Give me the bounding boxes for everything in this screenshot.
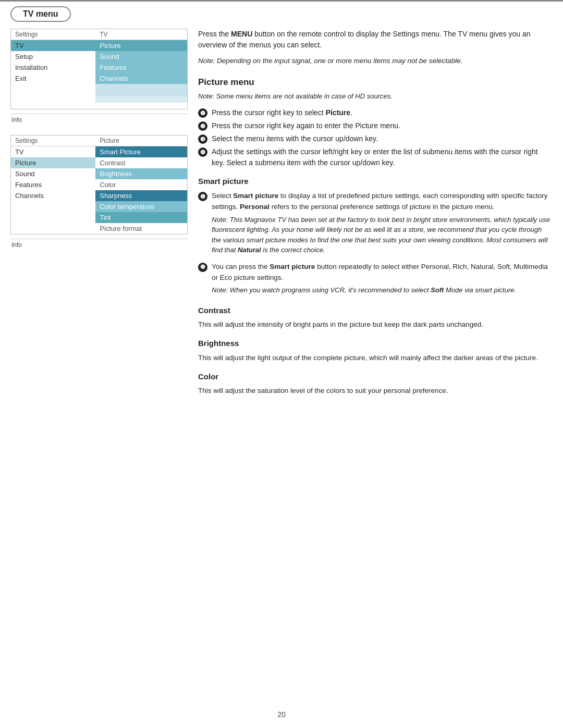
step-4-text: Adjust the settings with the cursor left… [212,146,553,168]
right-column: Press the MENU button on the remote cont… [198,29,553,399]
list-item: ❸ Select the menu items with the cursor … [198,133,553,144]
page-number: 20 [277,710,286,719]
table-row: Features Color [11,179,188,190]
bottom-menu-col1-header: Settings [11,135,96,146]
table-row: Setup Sound [11,51,188,62]
intro-note: Note: Depending on the input signal, one… [198,56,553,66]
smart-step-1-content: Select Smart picture to display a list o… [212,191,553,257]
table-row: Sound Brightness [11,168,188,179]
top-menu-row4-left: Exit [11,73,96,84]
left-column: Settings TV TV Picture Setup Sound Insta… [10,29,188,251]
table-row [11,84,188,90]
brightness-text: This will adjust the light output of the… [198,353,553,364]
table-row [11,103,188,109]
tv-menu-badge: TV menu [10,6,71,22]
top-menu-col2-header: TV [95,29,187,40]
table-row: Installation Features [11,62,188,73]
smart-step-2-content: You can press the Smart picture button r… [212,262,553,298]
badge-label: TV menu [23,9,58,18]
smart-picture-steps: ❶ Select Smart picture to display a list… [198,191,553,298]
step-number-2: ❷ [198,121,207,131]
top-menu-header: Settings TV [11,29,188,40]
color-text: This will adjust the saturation level of… [198,386,553,397]
picture-menu-steps: ❶ Press the cursor right key to select P… [198,107,553,168]
smart-step-num-1: ❶ [198,192,207,201]
step-number-3: ❸ [198,134,207,144]
table-row: Channels Sharpness [11,190,188,201]
table-row [11,96,188,103]
step-number-1: ❶ [198,108,207,118]
color-title: Color [198,371,553,383]
picture-menu-title: Picture menu [198,76,553,89]
step-2-text: Press the cursor right key again to ente… [212,120,400,131]
list-item: ❹ Adjust the settings with the cursor le… [198,146,553,168]
list-item: ❷ Press the cursor right key again to en… [198,120,553,131]
bottom-menu-col2-header: Picture [95,135,187,146]
contrast-title: Contrast [198,305,553,317]
table-row: Picture format [11,223,188,235]
bottom-menu-header: Settings Picture [11,135,188,146]
table-row: Color temperature [11,201,188,212]
table-row: Picture Contrast [11,157,188,168]
top-menu-row2-left: Setup [11,51,96,62]
table-row: TV Picture [11,40,188,52]
intro-paragraph: Press the MENU button on the remote cont… [198,29,553,51]
table-row: Tint [11,212,188,223]
brightness-title: Brightness [198,338,553,350]
step-number-4: ❹ [198,147,207,157]
list-item: ❷ You can press the Smart picture button… [198,262,553,298]
table-row: Exit Channels [11,73,188,84]
top-menu-col1-header: Settings [11,29,96,40]
smart-step-num-2: ❷ [198,263,207,272]
top-border [0,0,563,2]
list-item: ❶ Select Smart picture to display a list… [198,191,553,257]
step-3-text: Select the menu items with the cursor up… [212,133,378,144]
contrast-text: This will adjust the intensity of bright… [198,319,553,330]
top-menu-info: Info [10,114,188,126]
menu-bold: MENU [231,30,252,38]
top-menu-row3-right: Features [95,62,187,73]
top-menu-row2-right: Sound [95,51,187,62]
table-row [11,90,188,96]
top-menu-table: Settings TV TV Picture Setup Sound Insta… [10,29,188,109]
bottom-menu-table: Settings Picture TV Smart Picture Pictur… [10,135,188,235]
top-menu-row1-right: Picture [95,40,187,52]
top-menu-row1-left: TV [11,40,96,52]
picture-menu-note: Note: Some menu items are not available … [198,91,553,102]
table-row: TV Smart Picture [11,146,188,157]
top-menu-row4-right: Channels [95,73,187,84]
list-item: ❶ Press the cursor right key to select P… [198,107,553,118]
smart-picture-title: Smart picture [198,176,553,188]
top-menu-row3-left: Installation [11,62,96,73]
bottom-menu-info: Info [10,239,188,251]
step-1-text: Press the cursor right key to select Pic… [212,107,352,118]
